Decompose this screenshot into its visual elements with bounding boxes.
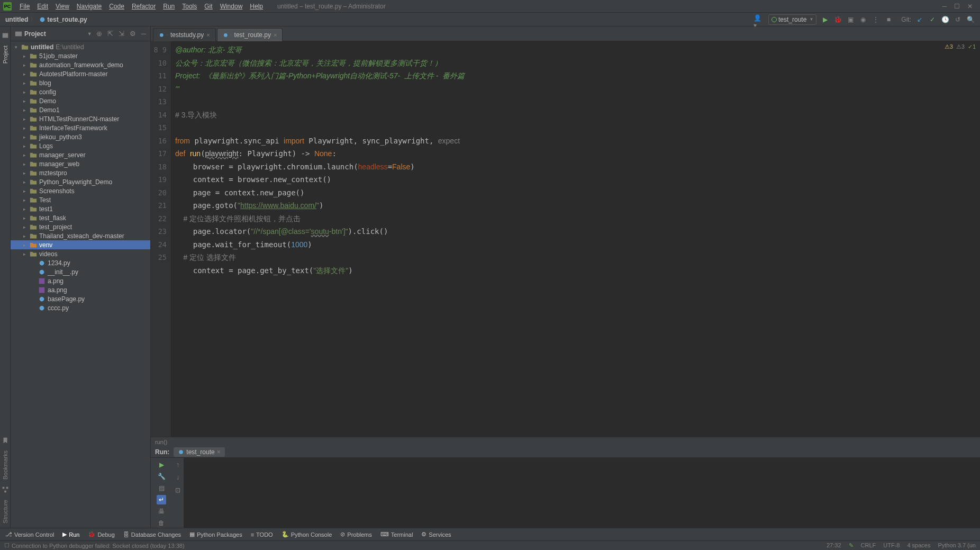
tree-folder[interactable]: ▸config: [11, 87, 150, 96]
tree-folder[interactable]: ▸test_project: [11, 222, 150, 231]
tree-folder[interactable]: ▸test1: [11, 204, 150, 213]
tree-file[interactable]: __init__.py: [11, 267, 150, 276]
git-rollback-icon[interactable]: ↺: [954, 15, 962, 24]
tree-folder[interactable]: ▸InterfaceTestFramework: [11, 123, 150, 132]
breadcrumb-root[interactable]: untitled: [5, 16, 28, 23]
select-opened-icon[interactable]: ⊕: [96, 30, 102, 38]
menu-git[interactable]: Git: [201, 3, 216, 10]
tree-root[interactable]: ▾untitledE:\untitled: [11, 42, 150, 51]
menu-view[interactable]: View: [52, 3, 73, 10]
bottom-tool[interactable]: 🐍Python Console: [282, 531, 332, 538]
hide-icon[interactable]: ─: [141, 30, 146, 38]
tree-folder[interactable]: ▸manager_web: [11, 159, 150, 168]
menu-tools[interactable]: Tools: [178, 3, 201, 10]
menu-edit[interactable]: Edit: [33, 3, 52, 10]
menu-refactor[interactable]: Refactor: [128, 3, 159, 10]
menu-code[interactable]: Code: [105, 3, 128, 10]
tree-folder[interactable]: ▸51job_master: [11, 51, 150, 60]
bottom-tool[interactable]: 🐞Debug: [88, 531, 114, 538]
profile-icon[interactable]: ◉: [859, 15, 867, 24]
editor-tab[interactable]: test_route.py×: [217, 28, 283, 41]
tree-folder[interactable]: ▸AutotestPlatform-master: [11, 69, 150, 78]
tree-folder[interactable]: ▸Python_Playwright_Demo: [11, 177, 150, 186]
down-icon[interactable]: ↓: [173, 473, 183, 482]
tree-folder[interactable]: ▸Test: [11, 195, 150, 204]
git-commit-icon[interactable]: ✓: [928, 15, 937, 24]
tree-file[interactable]: cccc.py: [11, 303, 150, 312]
tree-folder[interactable]: ▸venv: [11, 240, 150, 249]
tree-folder[interactable]: ▸HTMLTestRunnerCN-master: [11, 114, 150, 123]
run-icon[interactable]: ▶: [821, 15, 829, 24]
status-leaf-icon[interactable]: ✎: [849, 542, 854, 549]
tree-file[interactable]: 1234.py: [11, 258, 150, 267]
tree-folder[interactable]: ▸Demo1: [11, 105, 150, 114]
menu-help[interactable]: Help: [246, 3, 267, 10]
maximize-icon[interactable]: ☐: [954, 3, 960, 10]
tree-file[interactable]: a.png: [11, 276, 150, 285]
tree-folder[interactable]: ▸Thailand_xsteach_dev-master: [11, 231, 150, 240]
close-tab-icon[interactable]: ×: [206, 32, 210, 38]
status-position[interactable]: 27:32: [827, 542, 841, 549]
tree-file[interactable]: aa.png: [11, 285, 150, 294]
bottom-tool[interactable]: ⎇Version Control: [5, 531, 54, 538]
wrench-icon[interactable]: 🔧: [157, 472, 166, 481]
more-icon[interactable]: ⋮: [872, 15, 880, 24]
expand-all-icon[interactable]: ⇱: [107, 30, 113, 38]
coverage-icon[interactable]: ▣: [846, 15, 855, 24]
trash-icon[interactable]: 🗑: [157, 518, 166, 528]
breadcrumb-file[interactable]: test_route.py: [47, 16, 87, 23]
tree-folder[interactable]: ▸Logs: [11, 141, 150, 150]
run-config-selector[interactable]: test_route: [768, 14, 816, 25]
project-tab[interactable]: Project: [1, 41, 10, 68]
bottom-tool[interactable]: ⊘Problems: [340, 531, 371, 538]
stop-icon[interactable]: ■: [884, 15, 893, 24]
bottom-tool[interactable]: ⚙Services: [421, 531, 451, 538]
status-encoding[interactable]: UTF-8: [883, 542, 900, 549]
collapse-all-icon[interactable]: ⇲: [119, 30, 124, 38]
screenshot-icon[interactable]: ⊡: [173, 485, 183, 495]
tree-folder[interactable]: ▸mztestpro: [11, 168, 150, 177]
close-icon[interactable]: ✕: [967, 3, 973, 10]
account-icon[interactable]: 👤▾: [754, 14, 764, 25]
status-icon[interactable]: ☐: [4, 542, 10, 549]
bottom-tool[interactable]: ▶Run: [62, 531, 79, 538]
project-tree[interactable]: ▾untitledE:\untitled▸51job_master▸automa…: [11, 41, 150, 528]
git-history-icon[interactable]: 🕓: [941, 15, 949, 24]
git-update-icon[interactable]: ↙: [915, 15, 924, 24]
menu-file[interactable]: File: [16, 3, 33, 10]
tree-folder[interactable]: ▸automation_framework_demo: [11, 60, 150, 69]
bottom-tool[interactable]: ⌨Terminal: [380, 531, 413, 538]
structure-tw-icon[interactable]: [2, 486, 9, 493]
tree-folder[interactable]: ▸Screenshots: [11, 186, 150, 195]
editor-tab[interactable]: teststudy.py×: [153, 28, 216, 41]
bookmarks-tw-icon[interactable]: [2, 437, 9, 444]
close-tab-icon[interactable]: ×: [217, 448, 221, 456]
status-indent[interactable]: 4 spaces: [907, 542, 930, 549]
run-tab[interactable]: test_route ×: [174, 447, 224, 457]
status-python[interactable]: Python 3.7 (un: [938, 542, 976, 549]
bottom-tool[interactable]: ≡TODO: [251, 531, 273, 538]
breadcrumbs-bar[interactable]: run(): [151, 437, 980, 446]
minimize-icon[interactable]: ─: [942, 3, 947, 10]
layout-icon[interactable]: ▤: [157, 483, 166, 493]
run-output[interactable]: [184, 458, 980, 528]
tree-file[interactable]: basePage.py: [11, 294, 150, 303]
bottom-tool[interactable]: ▦Python Packages: [189, 531, 242, 538]
rerun-icon[interactable]: ▶: [157, 460, 166, 470]
code-editor[interactable]: @author: 北京- 宏哥 公众号：北京宏哥（微信搜索：北京宏哥，关注宏哥，…: [171, 41, 980, 437]
bookmarks-tab[interactable]: Bookmarks: [1, 446, 10, 484]
up-icon[interactable]: ↑: [173, 460, 183, 470]
structure-tab[interactable]: Structure: [1, 495, 10, 528]
print-icon[interactable]: 🖶: [157, 507, 166, 516]
debug-icon[interactable]: 🐞: [833, 15, 842, 24]
tree-folder[interactable]: ▸videos: [11, 249, 150, 258]
tree-folder[interactable]: ▸Demo: [11, 96, 150, 105]
tree-folder[interactable]: ▸manager_server: [11, 150, 150, 159]
tree-folder[interactable]: ▸blog: [11, 78, 150, 87]
bottom-tool[interactable]: 🗄Database Changes: [123, 531, 181, 538]
tree-folder[interactable]: ▸test_flask: [11, 213, 150, 222]
softwrap-icon[interactable]: ↵: [157, 495, 166, 504]
menu-run[interactable]: Run: [159, 3, 178, 10]
project-tw-icon[interactable]: [2, 32, 9, 39]
close-tab-icon[interactable]: ×: [274, 32, 277, 38]
